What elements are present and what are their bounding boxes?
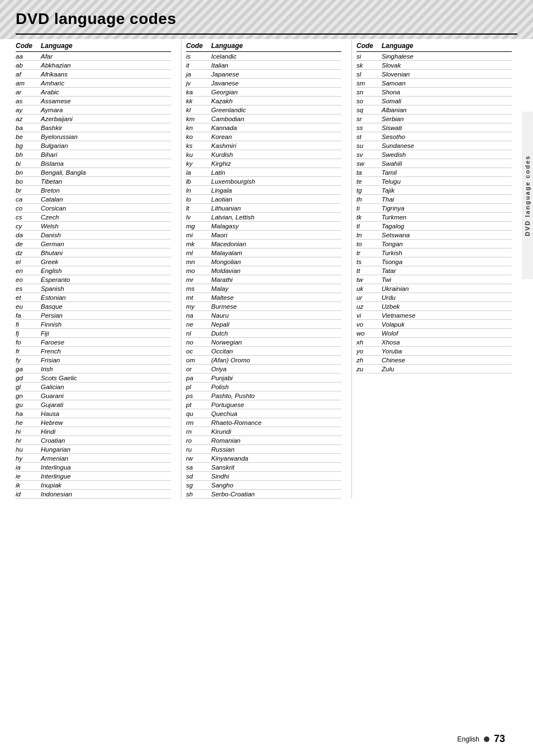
lang-cell: Bislama	[41, 159, 171, 168]
lang-cell: Hausa	[41, 409, 171, 418]
lang-cell: Romanian	[211, 436, 341, 445]
lang-cell: Vietnamese	[382, 311, 512, 320]
table-row: foFaroese	[16, 338, 171, 347]
table-row: soSomali	[356, 97, 512, 106]
code-cell: te	[356, 177, 382, 186]
lang-cell: Serbo-Croatian	[211, 490, 341, 499]
table-row: zhChinese	[356, 356, 512, 365]
code-cell: na	[186, 311, 211, 320]
lang-cell: Yoruba	[382, 347, 512, 356]
lang-cell: Sanskrit	[211, 463, 341, 472]
code-cell: ky	[186, 159, 211, 168]
code-cell: fr	[16, 347, 41, 356]
lang-cell: Afar	[41, 52, 171, 61]
table-row: deGerman	[16, 240, 171, 248]
lang-cell: Somali	[382, 97, 512, 106]
code-cell: lt	[186, 204, 211, 213]
table-row: uzUzbek	[356, 302, 512, 311]
code-cell: et	[16, 293, 41, 302]
code-cell: no	[186, 338, 211, 347]
code-cell: es	[16, 284, 41, 293]
table-row: arArabic	[16, 88, 171, 97]
code-cell: ko	[186, 132, 211, 141]
table-row: rnKirundi	[186, 427, 341, 436]
table-row: zuZulu	[356, 365, 512, 374]
table-row: saSanskrit	[186, 463, 341, 472]
code-cell: uk	[356, 284, 382, 293]
code-cell: rn	[186, 427, 211, 436]
lang-cell: Basque	[41, 302, 171, 311]
table-row: hrCroatian	[16, 436, 171, 445]
lang-cell: Hindi	[41, 427, 171, 436]
table-row: suSundanese	[356, 141, 512, 150]
table-row: kyKirghiz	[186, 159, 341, 168]
code-cell: fi	[16, 320, 41, 329]
lang-cell: Byelorussian	[41, 132, 171, 141]
lang-cell: Tamil	[382, 168, 512, 177]
lang-cell: Sindhi	[211, 472, 341, 481]
table-row: myBurmese	[186, 302, 341, 311]
table-row: rmRhaeto-Romance	[186, 418, 341, 427]
lang-cell: English	[41, 266, 171, 275]
table-row: srSerbian	[356, 114, 512, 123]
lang-cell: Javanese	[211, 79, 341, 88]
code-cell: ro	[186, 436, 211, 445]
table-row: shSerbo-Croatian	[186, 490, 341, 499]
code-cell: th	[356, 195, 382, 204]
table-row: hyArmenian	[16, 454, 171, 463]
lang-cell: Hebrew	[41, 418, 171, 427]
code-cell: aa	[16, 52, 41, 61]
table-row: daDanish	[16, 231, 171, 240]
table-row: slSlovenian	[356, 70, 512, 79]
table-row: woWolof	[356, 329, 512, 338]
table-row: bhBihari	[16, 150, 171, 159]
table-row: gaIrish	[16, 365, 171, 374]
lang-cell: Galician	[41, 382, 171, 391]
table-row: enEnglish	[16, 266, 171, 275]
lang-cell: Georgian	[211, 88, 341, 97]
code-cell: ja	[186, 70, 211, 79]
code-cell: tk	[356, 213, 382, 222]
lang-cell: Finnish	[41, 320, 171, 329]
table-row: kmCambodian	[186, 114, 341, 123]
lang-cell: Laotian	[211, 195, 341, 204]
table-row: euBasque	[16, 302, 171, 311]
table-row: orOriya	[186, 365, 341, 374]
table-row: azAzerbaijani	[16, 114, 171, 123]
lang-cell: Maori	[211, 231, 341, 240]
table-row: stSesotho	[356, 132, 512, 141]
lang-cell: Singhalese	[382, 52, 512, 61]
lang-cell: Shona	[382, 88, 512, 97]
lang-cell: Catalan	[41, 195, 171, 204]
lang-cell: Azerbaijani	[41, 114, 171, 123]
table-row: tgTajik	[356, 186, 512, 195]
code-cell: bh	[16, 150, 41, 159]
table-row: loLaotian	[186, 195, 341, 204]
code-cell: sl	[356, 70, 382, 79]
table-3: Code Language siSinghaleseskSlovakslSlov…	[356, 40, 512, 374]
code-cell: af	[16, 70, 41, 79]
code-cell: my	[186, 302, 211, 311]
code-cell: bn	[16, 168, 41, 177]
code-cell: rw	[186, 454, 211, 463]
code-cell: ab	[16, 61, 41, 70]
table-row: biBislama	[16, 159, 171, 168]
table-row: faPersian	[16, 311, 171, 320]
code-cell: mi	[186, 231, 211, 240]
lang-cell: Slovenian	[382, 70, 512, 79]
code-cell: ur	[356, 293, 382, 302]
code-cell: nl	[186, 329, 211, 338]
code-cell: bg	[16, 141, 41, 150]
table-row: nlDutch	[186, 329, 341, 338]
code-cell: it	[186, 61, 211, 70]
table-row: mkMacedonian	[186, 240, 341, 248]
footer: English 73	[458, 733, 505, 745]
table-row: knKannada	[186, 123, 341, 132]
table-row: frFrench	[16, 347, 171, 356]
lang-cell: Lithuanian	[211, 204, 341, 213]
lang-cell: Serbian	[382, 114, 512, 123]
code-cell: kl	[186, 106, 211, 114]
lang-cell: Aymara	[41, 106, 171, 114]
code-cell: sv	[356, 150, 382, 159]
table-row: mgMalagasy	[186, 222, 341, 231]
